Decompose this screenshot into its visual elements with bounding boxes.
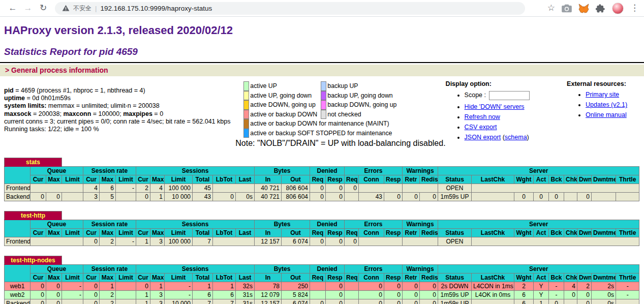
process-info-text: = 100000; [91, 110, 123, 117]
legend-swatch [243, 100, 249, 110]
back-icon[interactable]: ← [5, 1, 20, 16]
cell [30, 237, 83, 246]
column-header: LastChk [472, 175, 514, 184]
chrome-menu-icon[interactable]: ⋮ [630, 3, 639, 14]
cell: 0 [384, 291, 403, 299]
cell: 43 [359, 193, 384, 201]
cell [616, 193, 639, 201]
cell-value-tooltip: 0 [145, 283, 148, 291]
address-bar[interactable]: 不安全 | 192.168.175.10:9999/haproxy-status [55, 2, 525, 15]
cell [359, 184, 403, 193]
legend-swatch [321, 110, 326, 119]
external-resource-link[interactable]: Online manual [586, 111, 627, 118]
legend-label: backup UP [327, 82, 358, 89]
legend-row: active or backup DOWN for maintenance (M… [243, 119, 443, 129]
legend-label: active or backup DOWN for maintenance (M… [250, 120, 389, 127]
legend-swatch [321, 100, 326, 110]
cell: 250 [282, 282, 310, 291]
column-header-row: CurMaxLimitCurMaxLimitCurMaxLimitTotalLb… [5, 229, 639, 237]
table-corner [5, 167, 30, 184]
column-header: Total [193, 229, 213, 237]
schema-link[interactable]: schema [505, 134, 527, 141]
json-export-link[interactable]: JSON export [465, 134, 501, 141]
column-header: LastChk [472, 273, 514, 282]
proxy-name-link[interactable]: test-http [21, 212, 45, 219]
metamask-fox-icon[interactable] [578, 4, 589, 13]
column-header: Status [438, 175, 472, 184]
url-text[interactable]: 192.168.175.10:9999/haproxy-status [100, 5, 212, 12]
cell: 6 074 [282, 237, 310, 246]
column-group-queue: Queue [30, 167, 83, 175]
bookmark-star-icon[interactable]: ☆ [547, 3, 555, 14]
extensions-puzzle-icon[interactable] [596, 4, 605, 13]
column-header: Max [100, 273, 116, 282]
forward-icon[interactable]: → [20, 1, 36, 16]
column-header: Out [282, 229, 310, 237]
security-label[interactable]: 不安全 [73, 4, 91, 13]
cell: 0 [384, 299, 403, 304]
table-row-frontend: Frontend46-24100 0004540 721806 604000OP… [5, 184, 639, 193]
column-header: Limit [116, 175, 136, 184]
column-header: Chk [564, 175, 577, 184]
legend-swatch [321, 81, 326, 91]
external-resource-link[interactable]: Primary site [586, 91, 619, 98]
cell: Y [534, 291, 549, 299]
cell-value-tooltip: 2 [110, 238, 114, 246]
cell [403, 184, 438, 193]
cell: 0s [236, 193, 255, 201]
cell: 0 [83, 282, 100, 291]
cell: 0 [30, 282, 46, 291]
cell: 6 [514, 291, 534, 299]
profile-avatar[interactable] [612, 3, 624, 14]
legend-wrap: active UPbackup UPactive UP, going downb… [243, 80, 445, 148]
page-subtitle-link[interactable]: Statistics Report for pid 4659 [4, 46, 640, 57]
column-header: Redis [420, 273, 438, 282]
cell: 0 [83, 299, 100, 304]
reload-icon[interactable]: ↻ [36, 1, 51, 16]
process-info-line: system limits: memmax = unlimited; ulimi… [4, 102, 243, 110]
column-header: Conn [359, 229, 384, 237]
proxy-name-link[interactable]: stats [26, 159, 40, 166]
legend-row: active or backup DOWNnot checked [243, 110, 443, 119]
legend-item: active DOWN, going up [243, 100, 321, 110]
cell [564, 299, 577, 304]
display-option-item: Hide 'DOWN' servers [465, 103, 543, 110]
cell: 0 [46, 291, 62, 299]
legend-item: backup DOWN, going up [321, 100, 396, 110]
column-header: Bck [549, 175, 564, 184]
external-resources: External resources: Primary siteUpdates … [567, 80, 640, 148]
cell-value-tooltip: 0 [397, 193, 401, 201]
proxy-name-link[interactable]: test-http-nodes [11, 257, 55, 264]
cell: 0 [514, 193, 534, 201]
page-title-link[interactable]: HAProxy version 2.1.3, released 2020/02/… [4, 24, 640, 37]
column-header: Total [193, 175, 213, 184]
scope-input[interactable] [489, 91, 530, 100]
display-option-link[interactable]: CSV export [465, 124, 497, 131]
process-info-key: maxconn [63, 110, 91, 117]
process-info-text: current conns = 3; current pipes = 0/0; … [4, 118, 230, 125]
cell: 7 [193, 237, 213, 246]
cell [472, 184, 639, 193]
display-option-link[interactable]: Hide 'DOWN' servers [465, 103, 525, 110]
cell: 0 [345, 184, 359, 193]
cell [616, 299, 639, 304]
camera-extension-icon[interactable] [562, 4, 572, 13]
cell: 45 [193, 184, 213, 193]
column-header: Dwntme [592, 229, 616, 237]
cell [564, 193, 577, 201]
display-option-link[interactable]: Refresh now [465, 113, 500, 120]
column-group-sessions: Sessions [136, 220, 255, 229]
cell [310, 291, 326, 299]
cell [345, 291, 359, 299]
column-header: Last [236, 229, 255, 237]
external-resource-link[interactable]: Updates (v2.1) [586, 101, 627, 108]
cell-value-tooltip: 1 [207, 283, 211, 291]
column-group-server: Server [438, 167, 639, 175]
cell [116, 291, 136, 299]
legend-row: active or backup SOFT STOPPED for mainte… [243, 129, 443, 138]
cell: 0 [83, 291, 100, 299]
column-header: In [255, 229, 282, 237]
column-header: Max [100, 229, 116, 237]
column-group-denied: Denied [310, 265, 345, 273]
cell: 40 721 [255, 193, 282, 201]
